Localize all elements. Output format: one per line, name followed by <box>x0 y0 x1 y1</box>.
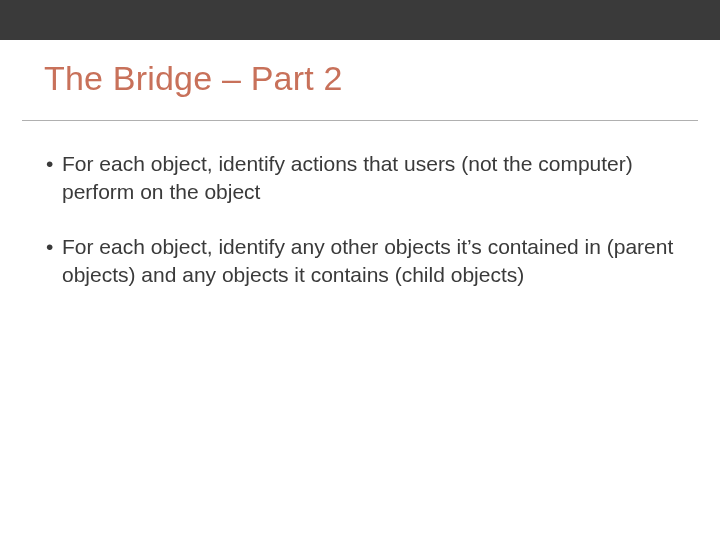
list-item: • For each object, identify any other ob… <box>46 233 674 290</box>
bullet-icon: • <box>46 150 62 178</box>
list-item: • For each object, identify actions that… <box>46 150 674 207</box>
top-bar <box>0 0 720 40</box>
body-content: • For each object, identify actions that… <box>46 150 674 315</box>
slide: The Bridge – Part 2 • For each object, i… <box>0 0 720 540</box>
bullet-text: For each object, identify any other obje… <box>62 233 674 290</box>
slide-title: The Bridge – Part 2 <box>44 60 343 97</box>
bullet-icon: • <box>46 233 62 261</box>
bullet-text: For each object, identify actions that u… <box>62 150 674 207</box>
title-underline <box>22 120 698 121</box>
